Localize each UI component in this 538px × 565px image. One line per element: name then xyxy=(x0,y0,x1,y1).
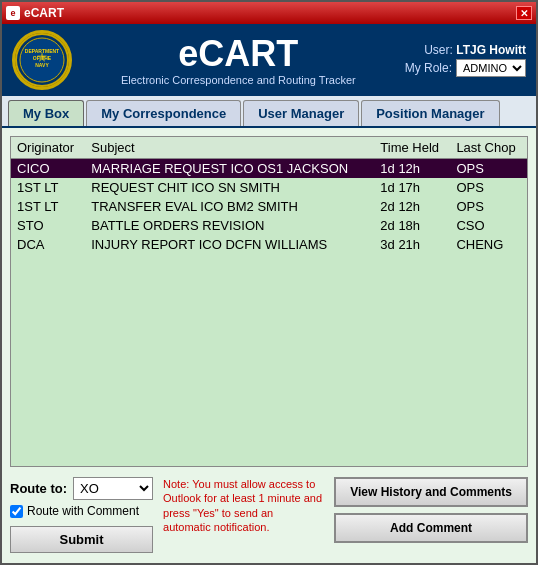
app-header: DEPARTMENT OF THE NAVY eCART Electronic … xyxy=(2,24,536,96)
cell-time_held: 2d 18h xyxy=(374,216,450,235)
cell-subject: INJURY REPORT ICO DCFN WILLIAMS xyxy=(85,235,374,254)
tab-position-manager[interactable]: Position Manager xyxy=(361,100,499,126)
correspondence-table-container: Originator Subject Time Held Last Chop C… xyxy=(10,136,528,467)
cell-last_chop: CSO xyxy=(450,216,527,235)
title-bar: e eCART ✕ xyxy=(2,2,536,24)
col-last-chop: Last Chop xyxy=(450,137,527,159)
navy-logo: DEPARTMENT OF THE NAVY xyxy=(12,30,72,90)
table-row[interactable]: DCAINJURY REPORT ICO DCFN WILLIAMS3d 21h… xyxy=(11,235,527,254)
app-icon: e xyxy=(6,6,20,20)
cell-subject: BATTLE ORDERS REVISION xyxy=(85,216,374,235)
cell-originator: CICO xyxy=(11,159,85,179)
cell-time_held: 1d 17h xyxy=(374,178,450,197)
cell-originator: 1ST LT xyxy=(11,178,85,197)
tab-my-box[interactable]: My Box xyxy=(8,100,84,126)
user-label: User: xyxy=(424,43,453,57)
role-select[interactable]: ADMINOUSERADMIN xyxy=(456,59,526,77)
route-comment-label: Route with Comment xyxy=(27,504,139,518)
app-title: eCART xyxy=(72,34,405,74)
cell-last_chop: OPS xyxy=(450,159,527,179)
user-info: User: LTJG Howitt My Role: ADMINOUSERADM… xyxy=(405,43,526,77)
role-label: My Role: xyxy=(405,61,452,75)
app-subtitle: Electronic Correspondence and Routing Tr… xyxy=(72,74,405,86)
route-comment-row: Route with Comment xyxy=(10,504,153,518)
col-subject: Subject xyxy=(85,137,374,159)
cell-time_held: 1d 12h xyxy=(374,159,450,179)
add-comment-button[interactable]: Add Comment xyxy=(334,513,528,543)
route-row: Route to: XO CO OPS CSO CHENG xyxy=(10,477,153,500)
route-select[interactable]: XO CO OPS CSO CHENG xyxy=(73,477,153,500)
cell-time_held: 2d 12h xyxy=(374,197,450,216)
bottom-panel: Route to: XO CO OPS CSO CHENG Route with… xyxy=(10,475,528,555)
app-window: e eCART ✕ DEPARTMENT OF THE NAVY eCART E… xyxy=(0,0,538,565)
cell-last_chop: CHENG xyxy=(450,235,527,254)
cell-originator: 1ST LT xyxy=(11,197,85,216)
right-buttons: View History and Comments Add Comment xyxy=(334,477,528,543)
cell-time_held: 3d 21h xyxy=(374,235,450,254)
table-row[interactable]: STOBATTLE ORDERS REVISION2d 18hCSO xyxy=(11,216,527,235)
table-row[interactable]: CICOMARRIAGE REQUEST ICO OS1 JACKSON1d 1… xyxy=(11,159,527,179)
route-comment-checkbox[interactable] xyxy=(10,505,23,518)
cell-last_chop: OPS xyxy=(450,197,527,216)
note-text: Note: You must allow access to Outlook f… xyxy=(163,477,323,534)
cell-last_chop: OPS xyxy=(450,178,527,197)
col-originator: Originator xyxy=(11,137,85,159)
svg-text:NAVY: NAVY xyxy=(35,62,49,68)
cell-originator: DCA xyxy=(11,235,85,254)
header-center: eCART Electronic Correspondence and Rout… xyxy=(72,34,405,86)
view-history-button[interactable]: View History and Comments xyxy=(334,477,528,507)
main-content: Originator Subject Time Held Last Chop C… xyxy=(2,128,536,563)
cell-subject: REQUEST CHIT ICO SN SMITH xyxy=(85,178,374,197)
table-row[interactable]: 1ST LTTRANSFER EVAL ICO BM2 SMITH2d 12hO… xyxy=(11,197,527,216)
route-section: Route to: XO CO OPS CSO CHENG Route with… xyxy=(10,477,153,553)
tab-bar: My Box My Correspondence User Manager Po… xyxy=(2,96,536,128)
cell-subject: TRANSFER EVAL ICO BM2 SMITH xyxy=(85,197,374,216)
close-button[interactable]: ✕ xyxy=(516,6,532,20)
tab-my-correspondence[interactable]: My Correspondence xyxy=(86,100,241,126)
cell-subject: MARRIAGE REQUEST ICO OS1 JACKSON xyxy=(85,159,374,179)
col-time-held: Time Held xyxy=(374,137,450,159)
title-bar-text: eCART xyxy=(24,6,64,20)
correspondence-table: Originator Subject Time Held Last Chop C… xyxy=(11,137,527,254)
tab-user-manager[interactable]: User Manager xyxy=(243,100,359,126)
table-row[interactable]: 1ST LTREQUEST CHIT ICO SN SMITH1d 17hOPS xyxy=(11,178,527,197)
submit-button[interactable]: Submit xyxy=(10,526,153,553)
route-label: Route to: xyxy=(10,481,67,496)
cell-originator: STO xyxy=(11,216,85,235)
user-name: LTJG Howitt xyxy=(456,43,526,57)
